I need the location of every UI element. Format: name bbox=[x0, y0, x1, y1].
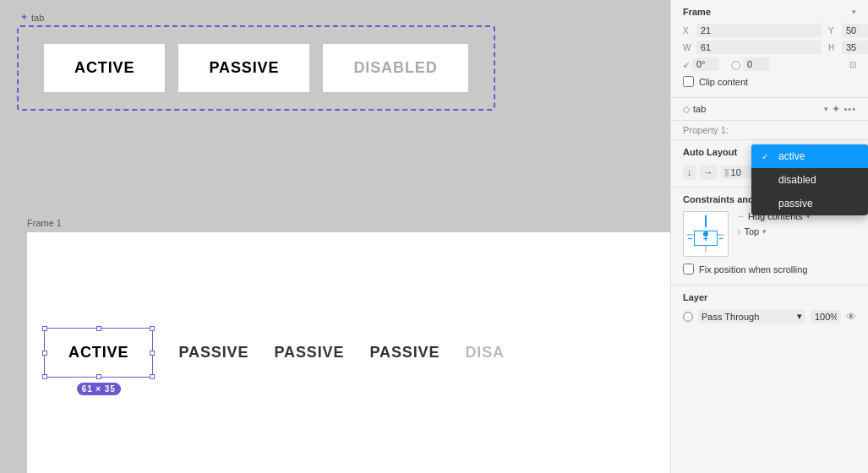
active-card[interactable]: ACTIVE 61 × 35 bbox=[44, 328, 153, 378]
panel-header: Frame ▾ X Y W H ↙ bbox=[671, 0, 868, 98]
corner-icon: ◯ bbox=[731, 60, 740, 69]
dropdown-popup: ✓ active disabled passive bbox=[751, 144, 868, 215]
tab-active-button[interactable]: ACTIVE bbox=[44, 44, 165, 92]
dropdown-item-passive[interactable]: passive bbox=[751, 192, 868, 215]
right-panel: Frame ▾ X Y W H ↙ bbox=[670, 0, 868, 473]
w-input[interactable] bbox=[696, 41, 822, 54]
blend-circle-icon bbox=[683, 312, 693, 322]
canvas: ✦ tab ACTIVE PASSIVE DISABLED Frame 1 AC… bbox=[0, 0, 670, 473]
dropdown-passive-label: passive bbox=[778, 198, 813, 209]
dropdown-item-active[interactable]: ✓ active bbox=[751, 144, 868, 168]
dropdown-item-disabled[interactable]: disabled bbox=[751, 168, 868, 192]
x-input[interactable] bbox=[696, 24, 822, 37]
al-spacing-input[interactable] bbox=[731, 167, 751, 177]
fix-position-row: Fix position when scrolling bbox=[683, 264, 856, 275]
al-spacing-icon: ][ bbox=[725, 168, 729, 177]
blend-chevron-icon: ▾ bbox=[797, 311, 802, 322]
top-arrow-icon: ↕ bbox=[737, 227, 741, 236]
clip-content-checkbox[interactable] bbox=[683, 76, 694, 87]
move-icon: ✦ bbox=[20, 12, 28, 23]
handle-bm[interactable] bbox=[96, 374, 101, 379]
x-item: X bbox=[683, 24, 822, 37]
handle-ml[interactable] bbox=[42, 351, 47, 356]
w-item: W bbox=[683, 41, 822, 54]
handle-tm[interactable] bbox=[96, 326, 101, 331]
property1-label: Property 1: bbox=[683, 125, 737, 135]
property-row: Property 1: ✓ active disabled passive bbox=[671, 121, 868, 140]
al-right-button[interactable]: → bbox=[700, 165, 718, 180]
diamond-icon: ◇ bbox=[683, 104, 690, 115]
dropdown-active-label: active bbox=[778, 150, 805, 162]
visibility-eye-icon[interactable]: 👁 bbox=[846, 311, 856, 323]
frame-chevron-icon[interactable]: ▾ bbox=[852, 8, 856, 16]
corner-item: ◯ bbox=[731, 57, 770, 71]
corner-input[interactable] bbox=[743, 57, 770, 71]
passive-card-3[interactable]: PASSIVE bbox=[369, 344, 439, 362]
layer-title: Layer bbox=[683, 292, 856, 302]
blend-mode-label: Pass Through bbox=[701, 312, 759, 322]
h-input[interactable] bbox=[842, 41, 868, 54]
frame-title-row: Frame ▾ bbox=[683, 7, 856, 17]
top-label: Top bbox=[745, 226, 760, 236]
constraint-right-line bbox=[718, 234, 724, 236]
x-label: X bbox=[683, 26, 693, 35]
h-label: H bbox=[828, 43, 838, 52]
component-actions: ✦ ••• bbox=[832, 103, 856, 115]
rotate-input[interactable] bbox=[692, 57, 719, 71]
tab-frame: ✦ tab ACTIVE PASSIVE DISABLED bbox=[17, 25, 495, 111]
component-name-text: tab bbox=[693, 104, 821, 114]
clip-content-label: Clip content bbox=[699, 77, 748, 87]
plus-center-icon: + bbox=[703, 233, 708, 243]
tab-frame-label: ✦ tab bbox=[20, 12, 44, 23]
tab-passive-button[interactable]: PASSIVE bbox=[178, 44, 309, 92]
layer-section: Layer Pass Through ▾ 👁 bbox=[671, 285, 868, 330]
xywh-grid: X Y W H bbox=[683, 24, 856, 54]
frame1-content: ACTIVE 61 × 35 PASSIVE PASSIVE PASSIVE D… bbox=[27, 232, 670, 473]
y-item: Y bbox=[828, 24, 868, 37]
fix-position-label: Fix position when scrolling bbox=[699, 264, 807, 275]
y-label: Y bbox=[828, 26, 838, 35]
al-down-button[interactable]: ↓ bbox=[683, 165, 696, 180]
clip-content-row: Clip content bbox=[683, 76, 856, 87]
frame1-label: Frame 1 bbox=[27, 218, 62, 228]
opacity-input[interactable] bbox=[811, 310, 841, 323]
tab-label-text: tab bbox=[31, 13, 44, 23]
hug-arrow-icon: ↔ bbox=[737, 212, 745, 220]
rotate-icon: ↙ bbox=[683, 60, 690, 69]
component-chevron-icon[interactable]: ▾ bbox=[824, 105, 828, 113]
handle-bl[interactable] bbox=[42, 374, 47, 379]
rotate-item: ↙ bbox=[683, 57, 719, 71]
constraint-bottom-line bbox=[705, 246, 707, 253]
size-badge: 61 × 35 bbox=[77, 383, 121, 395]
constraint-left-line bbox=[687, 234, 694, 236]
tab-disabled-button[interactable]: DISABLED bbox=[323, 44, 467, 92]
checkmark-icon: ✓ bbox=[762, 152, 772, 161]
al-spacing-wrap: ][ bbox=[721, 166, 756, 179]
dropdown-disabled-label: disabled bbox=[778, 174, 816, 186]
handle-tl[interactable] bbox=[42, 326, 47, 331]
handle-mr[interactable] bbox=[150, 351, 155, 356]
constraint-inner-box: − + − bbox=[694, 231, 718, 246]
handle-br[interactable] bbox=[150, 374, 155, 379]
disabled-card[interactable]: DISA bbox=[465, 344, 505, 362]
constraints-visual: − + − ↔ Hug contents ▾ ↕ Top ▾ bbox=[683, 211, 856, 257]
constraint-top-line bbox=[705, 215, 707, 227]
blend-mode-select[interactable]: Pass Through ▾ bbox=[698, 309, 805, 323]
passive-card-2[interactable]: PASSIVE bbox=[274, 344, 344, 362]
move-component-icon[interactable]: ✦ bbox=[832, 103, 840, 115]
component-row: ◇ tab ▾ ✦ ••• bbox=[671, 98, 868, 121]
passive-card-1[interactable]: PASSIVE bbox=[178, 344, 248, 362]
w-label: W bbox=[683, 43, 693, 52]
handle-tr[interactable] bbox=[150, 326, 155, 331]
extra-row: ↙ ◯ ⊡ bbox=[683, 57, 856, 71]
fix-position-checkbox[interactable] bbox=[683, 264, 694, 275]
frame-title: Frame bbox=[683, 7, 849, 17]
resize-icon[interactable]: ⊡ bbox=[849, 60, 856, 69]
h-item: H bbox=[828, 41, 868, 54]
constraints-box: − + − bbox=[683, 211, 729, 257]
top-chevron-icon: ▾ bbox=[762, 227, 767, 236]
top-dropdown[interactable]: ↕ Top ▾ bbox=[737, 226, 811, 236]
more-options-icon[interactable]: ••• bbox=[843, 104, 856, 114]
layer-row: Pass Through ▾ 👁 bbox=[683, 309, 856, 323]
y-input[interactable] bbox=[842, 24, 868, 37]
